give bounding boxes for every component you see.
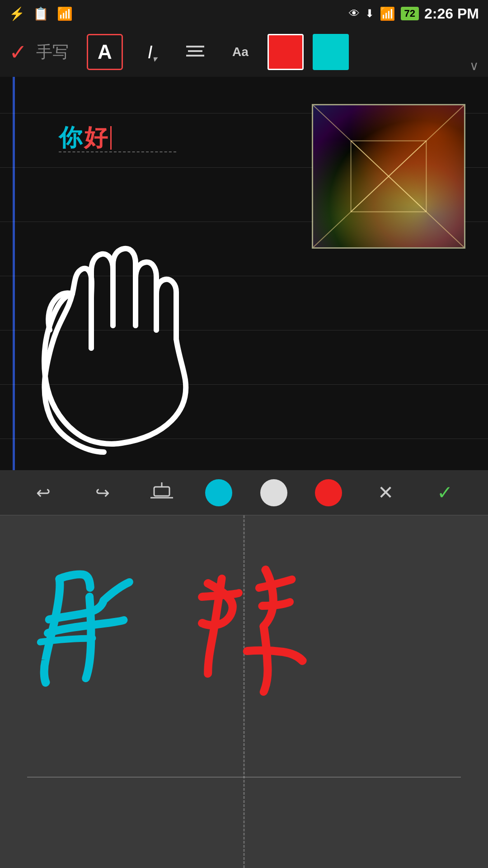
svg-rect-2 [186,55,204,57]
redo-button[interactable]: ↪ [87,477,118,509]
color-white-dot[interactable] [260,479,287,506]
font-size-button[interactable]: Aa [222,34,258,70]
color-swatch-inner [313,105,464,247]
panel-confirm-button[interactable]: ✓ [429,477,460,509]
panel-toolbar: ↩ ↪ ✕ ✓ [0,470,488,515]
toolbar: ✓ 手写 A I ▾ Aa ∨ [0,27,488,77]
svg-rect-0 [186,46,204,47]
signal-icon: 📶 [380,6,395,21]
hw-canvas[interactable] [0,515,488,868]
usb-icon: ⚡ [9,6,25,21]
canvas-area[interactable]: 你 好 [0,77,488,470]
font-style-button[interactable]: A [87,34,123,70]
color-cyan-button[interactable] [313,34,349,70]
clipboard-icon: 📋 [33,6,49,21]
text-underline [59,151,176,152]
svg-rect-1 [188,50,202,52]
italic-button[interactable]: I ▾ [132,34,168,70]
hw-char-hao [182,542,333,725]
hw-baseline [27,777,461,778]
chevron-down-icon[interactable]: ∨ [469,58,479,73]
status-time: 2:26 PM [424,5,479,22]
align-icon [186,44,204,60]
undo-button[interactable]: ↩ [28,477,59,509]
hand-cursor-image [14,235,217,461]
color-red-dot[interactable] [315,479,342,506]
wifi-icon: 📶 [57,6,73,21]
eraser-icon [150,482,173,503]
confirm-button[interactable]: ✓ [9,39,27,65]
panel-cancel-button[interactable]: ✕ [370,477,401,509]
eye-icon: 👁 [349,7,360,20]
color-swatch-box [312,104,465,249]
color-red-button[interactable] [267,34,304,70]
canvas-char-ni: 你 [59,122,82,154]
color-cyan-dot[interactable] [205,479,232,506]
eraser-button[interactable] [146,477,178,509]
text-cursor [110,126,112,150]
toolbar-title: 手写 [36,41,69,63]
handwriting-panel: ↩ ↪ ✕ ✓ [0,470,488,868]
align-button[interactable] [177,34,213,70]
battery-icon: 72 [401,7,419,20]
status-left-icons: ⚡ 📋 📶 [9,6,73,21]
svg-rect-11 [154,487,169,496]
status-bar: ⚡ 📋 📶 👁 ⬇ 📶 72 2:26 PM [0,0,488,27]
status-right-icons: 👁 ⬇ 📶 72 2:26 PM [349,5,479,22]
swatch-x-overlay [313,105,464,247]
canvas-char-hao: 好 [84,122,108,154]
canvas-written-text: 你 好 [59,122,112,154]
download-icon: ⬇ [365,7,374,20]
hw-char-ni [19,552,170,725]
